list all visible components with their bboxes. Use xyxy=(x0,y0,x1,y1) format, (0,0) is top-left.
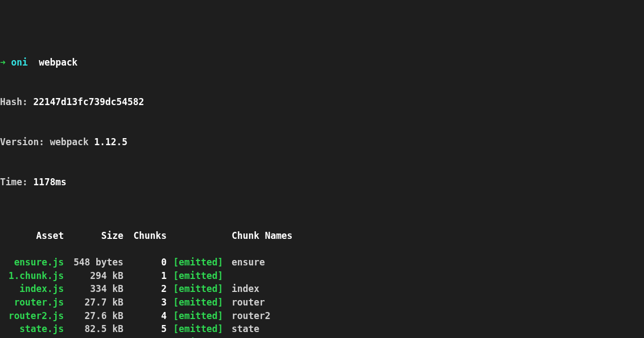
table-row: state.js82.5 kB5[emitted]state xyxy=(0,322,644,336)
asset-flag: [emitted] xyxy=(167,336,232,338)
asset-flag: [emitted] xyxy=(167,309,232,323)
asset-flag: [emitted] xyxy=(167,269,232,283)
table-row: router.js27.7 kB3[emitted]router xyxy=(0,296,644,309)
asset-size: 548 bytes xyxy=(64,256,123,269)
asset-flag: [emitted] xyxy=(167,322,232,336)
hash-label: Hash: xyxy=(0,96,33,107)
asset-name: state.js xyxy=(0,322,64,336)
asset-chunk: 5 xyxy=(123,322,167,336)
version-label: Version: xyxy=(0,136,50,147)
version-tool: webpack xyxy=(50,136,94,147)
prompt-arrow-icon: ➜ xyxy=(0,57,5,68)
th-size: Size xyxy=(64,229,123,243)
asset-chunk: 4 xyxy=(123,309,167,323)
asset-chunk: 0 xyxy=(123,256,167,269)
asset-table: AssetSizeChunksChunk Names ensure.js548 … xyxy=(0,216,644,338)
asset-size: 294 kB xyxy=(64,269,123,283)
hash-value: 22147d13fc739dc54582 xyxy=(33,96,144,107)
asset-chunk-name: state xyxy=(232,322,259,336)
asset-flag: [emitted] xyxy=(167,296,232,309)
prompt-dir: oni xyxy=(11,57,28,68)
prompt-line-1: ➜ oni webpack xyxy=(0,56,644,69)
asset-size: 123 bytes xyxy=(64,336,123,338)
time-label: Time: xyxy=(0,177,33,187)
hash-line: Hash: 22147d13fc739dc54582 xyxy=(0,95,644,109)
asset-table-header: AssetSizeChunksChunk Names xyxy=(0,229,644,243)
th-asset: Asset xyxy=(0,229,64,243)
asset-chunk-name: router2 xyxy=(232,309,271,323)
table-row: index.js334 kB2[emitted]index xyxy=(0,282,644,296)
asset-name: router.js xyxy=(0,296,64,309)
table-row: 1.chunk.js294 kB1[emitted] xyxy=(0,269,644,283)
asset-flag: [emitted] xyxy=(167,282,232,296)
asset-size: 27.6 kB xyxy=(64,309,123,323)
asset-chunk: 1 xyxy=(123,269,167,283)
table-row: ensure.js548 bytes0[emitted]ensure xyxy=(0,256,644,269)
asset-size: 82.5 kB xyxy=(64,322,123,336)
asset-name: ensure.js xyxy=(0,256,64,269)
asset-name: router2.js xyxy=(0,309,64,323)
version-value: 1.12.5 xyxy=(94,136,127,147)
asset-name: index.js xyxy=(0,282,64,296)
asset-chunk: 3 xyxy=(123,296,167,309)
asset-chunk-name: router xyxy=(232,296,265,309)
asset-chunk-name: ensure xyxy=(232,256,265,269)
version-line: Version: webpack 1.12.5 xyxy=(0,135,644,149)
table-row: 6.chunk.js123 bytes6[emitted] xyxy=(0,336,644,338)
time-value: 1178ms xyxy=(33,177,66,187)
time-line: Time: 1178ms xyxy=(0,176,644,189)
asset-chunk: 6 xyxy=(123,336,167,338)
asset-size: 27.7 kB xyxy=(64,296,123,309)
table-row: router2.js27.6 kB4[emitted]router2 xyxy=(0,309,644,323)
asset-flag: [emitted] xyxy=(167,256,232,269)
th-chunk-names: Chunk Names xyxy=(232,229,293,243)
th-chunks: Chunks xyxy=(123,229,167,243)
asset-name: 6.chunk.js xyxy=(0,336,64,338)
prompt-command: webpack xyxy=(39,57,78,68)
asset-chunk-name: index xyxy=(232,282,259,296)
asset-chunk: 2 xyxy=(123,282,167,296)
asset-size: 334 kB xyxy=(64,282,123,296)
asset-name: 1.chunk.js xyxy=(0,269,64,283)
